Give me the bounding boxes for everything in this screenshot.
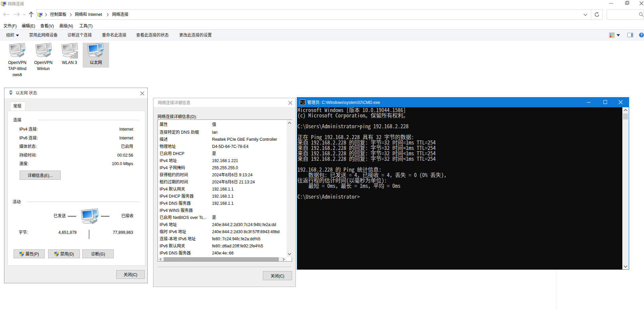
svg-text:?: ? [640,33,642,37]
svg-text:C:\: C:\ [300,101,305,103]
